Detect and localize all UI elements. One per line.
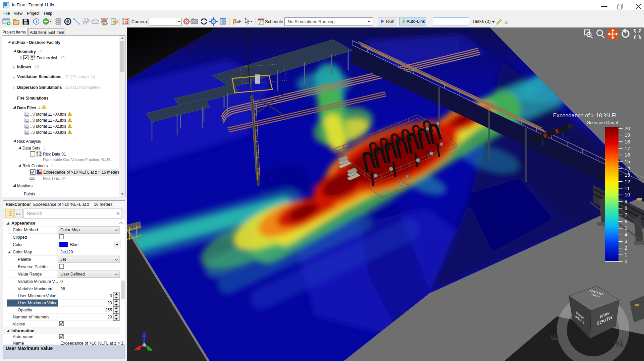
svg-text:Jet: Jet bbox=[60, 257, 66, 262]
svg-text:12 (12 complete): 12 (12 complete) bbox=[65, 74, 95, 79]
svg-text:Value Range: Value Range bbox=[18, 272, 42, 277]
svg-text:Y: Y bbox=[152, 348, 155, 354]
svg-text:Scenario Count: Scenario Count bbox=[587, 120, 618, 125]
svg-text:36: 36 bbox=[60, 287, 65, 291]
svg-text:6: 6 bbox=[625, 219, 627, 224]
svg-text:4: 4 bbox=[38, 106, 41, 110]
svg-text:Ventilation Simulations: Ventilation Simulations bbox=[17, 74, 61, 79]
svg-text:12: 12 bbox=[625, 179, 630, 184]
svg-text:7: 7 bbox=[625, 212, 627, 218]
svg-text:..\Tutorial 11 -00.ifxs: ..\Tutorial 11 -00.ifxs bbox=[30, 112, 66, 117]
svg-text:16: 16 bbox=[625, 152, 630, 158]
svg-text:Information: Information bbox=[11, 328, 35, 333]
svg-text:17: 17 bbox=[625, 145, 630, 151]
svg-text:Risk Contours: Risk Contours bbox=[22, 164, 48, 168]
svg-text:2: 2 bbox=[625, 245, 627, 251]
svg-text:20: 20 bbox=[107, 315, 112, 319]
svg-text:20: 20 bbox=[107, 301, 112, 305]
svg-text:Points: Points bbox=[24, 192, 35, 196]
svg-text:X: X bbox=[131, 346, 135, 351]
svg-text:Color Map: Color Map bbox=[13, 250, 32, 254]
svg-text:18: 18 bbox=[625, 139, 630, 144]
svg-text:1: 1 bbox=[625, 252, 627, 257]
svg-text:Color Map: Color Map bbox=[60, 228, 80, 232]
svg-text:Variable Maximum...: Variable Maximum... bbox=[18, 287, 56, 291]
svg-text:Clipped: Clipped bbox=[13, 235, 27, 240]
svg-text:User Maximum Value: User Maximum Value bbox=[6, 346, 53, 351]
svg-text:..\Tutorial 11 -03.ifxs: ..\Tutorial 11 -03.ifxs bbox=[30, 130, 66, 135]
svg-text:Auto-name: Auto-name bbox=[13, 335, 33, 339]
svg-text:Exceedance of >10 %LFL at z =: Exceedance of >10 %LFL at z = 16 meters bbox=[33, 202, 112, 207]
svg-text:..\Tutorial 11 -02.ifxs: ..\Tutorial 11 -02.ifxs bbox=[30, 124, 66, 129]
svg-text:Color: Color bbox=[13, 242, 23, 247]
svg-text:Exceedance of >10 %LFL at z =: Exceedance of >10 %LFL at z = 16 meters bbox=[43, 170, 119, 175]
svg-text:0: 0 bbox=[60, 279, 63, 284]
svg-text:20: 20 bbox=[625, 125, 630, 131]
svg-text:Inflows: Inflows bbox=[17, 65, 31, 69]
svg-text:Fire Simulations: Fire Simulations bbox=[17, 96, 49, 101]
svg-text:..\Tutorial 11 -01.ifxs: ..\Tutorial 11 -01.ifxs bbox=[30, 118, 66, 123]
svg-text:a·z: a·z bbox=[16, 212, 20, 216]
svg-text:14: 14 bbox=[625, 165, 630, 171]
svg-text:Risk Data 01: Risk Data 01 bbox=[43, 152, 66, 157]
svg-text:Reverse Palette: Reverse Palette bbox=[18, 264, 48, 269]
svg-text:120 (120 complete): 120 (120 complete) bbox=[65, 85, 100, 90]
svg-text:User Minimum Value: User Minimum Value bbox=[18, 294, 56, 298]
svg-text:10: 10 bbox=[35, 65, 39, 69]
svg-text:4: 4 bbox=[625, 232, 627, 237]
svg-text:Monitors: Monitors bbox=[17, 184, 33, 188]
svg-text:Risk Data 01: Risk Data 01 bbox=[43, 176, 66, 181]
svg-text:Search: Search bbox=[27, 211, 42, 216]
svg-text:5: 5 bbox=[625, 225, 627, 231]
svg-text:11: 11 bbox=[625, 185, 630, 191]
svg-text:Z: Z bbox=[144, 325, 147, 331]
svg-text:3: 3 bbox=[625, 238, 627, 244]
svg-text:Opacity: Opacity bbox=[18, 308, 32, 312]
svg-text:User Defined: User Defined bbox=[60, 272, 85, 277]
svg-text:Appearance: Appearance bbox=[11, 221, 36, 226]
svg-text:9: 9 bbox=[625, 198, 627, 204]
svg-text:10: 10 bbox=[625, 192, 630, 197]
svg-text:19: 19 bbox=[625, 132, 630, 138]
svg-text:15: 15 bbox=[625, 159, 630, 164]
svg-text:8: 8 bbox=[625, 205, 627, 211]
svg-text:in:Flux - Onshore Facility: in:Flux - Onshore Facility bbox=[12, 40, 60, 45]
svg-text:Data Sets: Data Sets bbox=[22, 146, 40, 150]
svg-text:Palette: Palette bbox=[18, 257, 31, 262]
svg-text:RiskContour: RiskContour bbox=[6, 202, 31, 207]
svg-text:255: 255 bbox=[105, 308, 112, 312]
svg-text:Dispersion Simulations: Dispersion Simulations bbox=[17, 85, 62, 90]
svg-text:Blue: Blue bbox=[70, 242, 78, 247]
svg-text:19: 19 bbox=[60, 56, 65, 60]
svg-text:Geometry: Geometry bbox=[17, 49, 36, 54]
svg-text:Data Files: Data Files bbox=[17, 106, 36, 110]
svg-text:Number of Intervals: Number of Intervals bbox=[13, 315, 49, 319]
svg-text:13: 13 bbox=[625, 172, 630, 178]
svg-text:0: 0 bbox=[625, 258, 627, 264]
svg-text:1: 1 bbox=[43, 146, 45, 150]
svg-text:User Maximum Value: User Maximum Value bbox=[18, 301, 58, 305]
svg-text:1: 1 bbox=[51, 164, 53, 168]
svg-text:Color Method: Color Method bbox=[13, 228, 38, 232]
svg-text:1: 1 bbox=[40, 49, 42, 54]
svg-text:Flammable Gas Volume Fraction,: Flammable Gas Volume Fraction, %LFL bbox=[43, 158, 111, 162]
svg-text:0: 0 bbox=[110, 294, 112, 298]
svg-text:Visible: Visible bbox=[13, 322, 25, 326]
svg-text:Risk Analysis: Risk Analysis bbox=[17, 139, 41, 144]
svg-text:Exceedance of > 10 %LFL: Exceedance of > 10 %LFL bbox=[553, 112, 618, 118]
svg-text:Jet128: Jet128 bbox=[60, 250, 73, 254]
svg-text:Factory.dwf: Factory.dwf bbox=[37, 56, 57, 60]
svg-text:Variable Minimum V...: Variable Minimum V... bbox=[18, 279, 58, 284]
